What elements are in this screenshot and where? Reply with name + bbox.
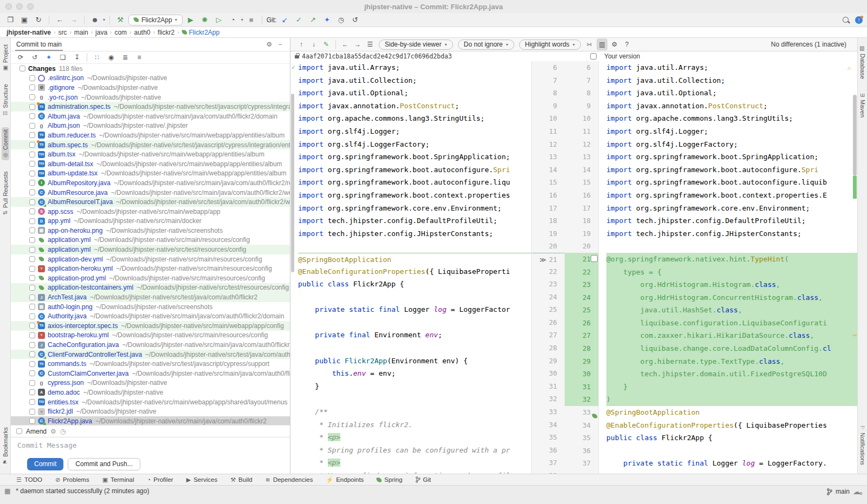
next-file-icon[interactable]: → (352, 38, 363, 50)
file-checkbox[interactable] (29, 313, 35, 319)
changes-list-icon[interactable]: ☰ (365, 38, 376, 50)
expand-all-icon[interactable]: ≣ (119, 51, 132, 63)
highlight-mode-select[interactable]: Highlight words▾ (519, 40, 581, 50)
list-item[interactable]: TSalbum.reducer.ts~/Downloads/jhipster-n… (11, 130, 290, 140)
list-item[interactable]: CAlbumResourceIT.java~/Downloads/jhipste… (11, 197, 290, 207)
file-checkbox[interactable] (29, 304, 35, 310)
breadcrumb-item[interactable]: Flickr2App (182, 29, 220, 36)
window-toggle-icon[interactable]: ▦ (4, 487, 10, 495)
file-checkbox[interactable] (29, 256, 35, 262)
preview-icon[interactable]: ◉ (105, 51, 118, 63)
list-item[interactable]: CAuthority.java~/Downloads/jhipster-nati… (11, 311, 290, 321)
left-scrollbar[interactable] (291, 94, 294, 272)
file-checkbox[interactable] (29, 409, 35, 415)
include-all-checkbox[interactable] (590, 53, 597, 60)
file-checkbox[interactable] (29, 161, 35, 167)
shelve-icon[interactable]: ✦ (42, 51, 55, 63)
file-checkbox[interactable] (29, 123, 35, 129)
list-item[interactable]: TSaxios-interceptor.spec.ts~/Downloads/j… (11, 321, 290, 331)
list-item[interactable]: Sapp.scss~/Downloads/jhipster-native/src… (11, 207, 290, 217)
tool-window-tab-commit[interactable]: ◎Commit (2, 127, 9, 160)
breadcrumb-item[interactable]: main (74, 29, 88, 36)
group-by-icon[interactable]: ∷ (90, 51, 103, 63)
next-change-icon[interactable]: ↓ (308, 38, 319, 50)
gear-icon[interactable]: ⚙ (50, 428, 56, 435)
gear-icon[interactable]: ⚙ (264, 41, 275, 48)
breadcrumb-item[interactable]: com (114, 29, 127, 36)
list-item[interactable]: JCacheConfiguration.java~/Downloads/jhip… (11, 340, 290, 350)
list-item[interactable]: Yapplication-heroku.yml~/Downloads/jhips… (11, 264, 290, 273)
search-everywhere-icon[interactable] (843, 17, 849, 23)
file-checkbox[interactable] (29, 218, 35, 224)
save-icon[interactable]: ▣ (18, 14, 30, 26)
tool-button-todo[interactable]: ☰TODO (16, 476, 42, 483)
back-icon[interactable]: ← (54, 14, 66, 26)
breadcrumb-item[interactable]: java (95, 29, 107, 36)
file-checkbox[interactable] (29, 294, 35, 300)
list-item[interactable]: application-testcontainers.yml~/Download… (11, 283, 290, 293)
git-branch-label[interactable]: main (836, 488, 850, 495)
git-commit-button[interactable]: ✓ (293, 14, 305, 26)
list-item[interactable]: CClientForwardControllerTest.java~/Downl… (11, 350, 290, 359)
tool-button-dependencies[interactable]: ≋Dependencies (266, 476, 313, 483)
run-configuration-select[interactable]: Flickr2App ▾ (128, 15, 183, 25)
list-item[interactable]: application-dev.yml~/Downloads/jhipster-… (11, 254, 290, 264)
tool-window-tab-maven[interactable]: mMaven (859, 91, 866, 120)
file-checkbox[interactable] (29, 418, 35, 424)
file-checkbox[interactable] (29, 199, 35, 205)
tool-button-problems[interactable]: ⊘Problems (55, 476, 89, 483)
sync-scroll-icon[interactable]: ▥ (597, 38, 607, 50)
diff-settings-gear-icon[interactable]: ⚙ (609, 38, 620, 50)
commit-button[interactable]: Commit (27, 458, 63, 470)
base-code-pane[interactable]: import java.util.Arrays;import java.util… (290, 61, 531, 474)
cloud-sync-icon[interactable]: ☁ (853, 487, 860, 496)
list-item[interactable]: CAlbum.java~/Downloads/jhipster-native/s… (11, 112, 290, 121)
file-checkbox[interactable] (29, 104, 35, 110)
tool-window-tab-structure[interactable]: ☷Structure (2, 82, 9, 119)
file-checkbox[interactable] (29, 208, 35, 214)
collapse-all-icon[interactable]: ≡ (133, 51, 146, 63)
rollback-icon[interactable]: ↺ (28, 51, 41, 63)
commit-and-push-button[interactable]: Commit and Push... (68, 458, 140, 470)
list-item[interactable]: Ybootstrap-heroku.yml~/Downloads/jhipste… (11, 331, 290, 341)
update-available-icon[interactable]: ↑ (855, 16, 863, 24)
file-checkbox[interactable] (29, 342, 35, 348)
breadcrumb-item[interactable]: flickr2 (158, 29, 174, 36)
amend-checkbox[interactable] (16, 428, 22, 434)
hide-panel-icon[interactable]: − (275, 41, 286, 48)
git-update-button[interactable]: ↙ (279, 14, 290, 26)
git-push-button[interactable]: ↗ (307, 14, 319, 26)
run-button[interactable]: ▶ (185, 14, 197, 26)
file-checkbox[interactable] (29, 380, 35, 386)
list-item[interactable]: CAlbumResource.java~/Downloads/jhipster-… (11, 188, 290, 198)
list-item[interactable]: TScommands.ts~/Downloads/jhipster-native… (11, 359, 290, 369)
file-checkbox[interactable] (29, 75, 35, 81)
file-checkbox[interactable] (29, 237, 35, 243)
list-item[interactable]: {}.yo-rc.json~/Downloads/jhipster-native (11, 93, 290, 102)
list-item[interactable]: ▨auth0-login.png~/Downloads/jhipster-nat… (11, 302, 290, 312)
list-item[interactable]: TSadministration.spec.ts~/Downloads/jhip… (11, 102, 290, 112)
list-item[interactable]: TSalbum.spec.ts~/Downloads/jhipster-nati… (11, 140, 290, 150)
hammer-build-icon[interactable]: ⚒ (114, 14, 126, 26)
collapse-unchanged-icon[interactable]: ∺ (584, 38, 595, 50)
file-checkbox[interactable] (29, 275, 35, 281)
file-checkbox[interactable] (29, 152, 35, 158)
profiler-run-button[interactable]: ◔ (227, 14, 239, 26)
your-code-pane[interactable]: import java.util.Arrays;import java.util… (599, 61, 857, 474)
include-change-checkbox[interactable] (591, 255, 598, 262)
show-diff-icon[interactable]: ❏ (56, 51, 69, 63)
breadcrumb-item[interactable]: jhipster-native (7, 29, 51, 36)
list-item[interactable]: ≡flickr2.jdl~/Downloads/jhipster-native (11, 407, 290, 416)
file-checkbox[interactable] (29, 370, 35, 376)
prev-change-icon[interactable]: ↑ (296, 38, 307, 50)
list-item[interactable]: TSXalbum-update.tsx~/Downloads/jhipster-… (11, 169, 290, 179)
list-item[interactable]: application.yml~/Downloads/jhipster-nati… (11, 245, 290, 254)
file-checkbox[interactable] (29, 113, 35, 119)
changes-checkbox[interactable] (20, 66, 25, 71)
list-item[interactable]: application-prod.yml~/Downloads/jhipster… (11, 273, 290, 283)
file-checkbox[interactable] (29, 227, 35, 233)
list-item[interactable]: ⊘.gitignore~/Downloads/jhipster-native (11, 83, 290, 93)
list-item[interactable]: TSXentities.tsx~/Downloads/jhipster-nati… (11, 397, 290, 407)
tool-button-endpoints[interactable]: ⚡Endpoints (326, 476, 364, 483)
breadcrumb-item[interactable]: src (58, 29, 67, 36)
